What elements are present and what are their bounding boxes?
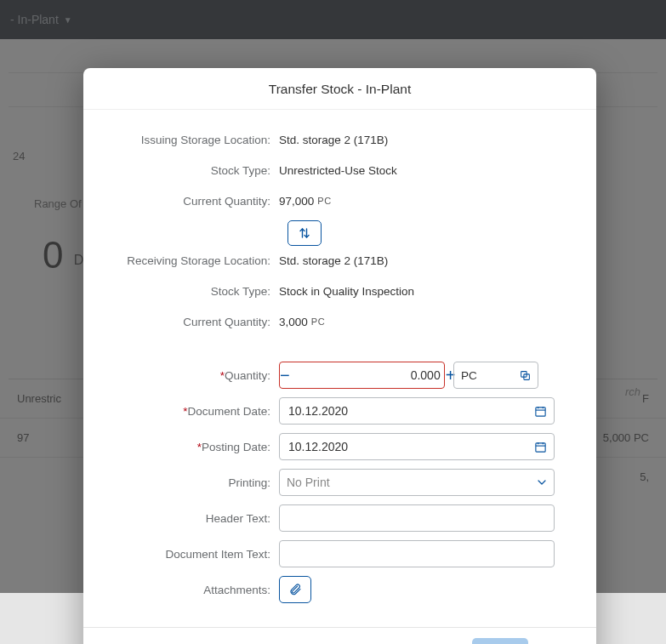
item-text-field[interactable] bbox=[287, 546, 547, 561]
receiving-loc-value: Std. storage 2 (171B) bbox=[279, 254, 571, 267]
document-date-field[interactable] bbox=[287, 403, 529, 419]
issuing-loc-value: Std. storage 2 (171B) bbox=[279, 134, 571, 146]
document-date-label: *Document Date: bbox=[109, 405, 279, 418]
receiving-type-label: Stock Type: bbox=[109, 285, 279, 298]
post-button[interactable]: Post bbox=[472, 638, 528, 644]
attachments-button[interactable] bbox=[279, 576, 311, 603]
dialog-footer: Post Cancel bbox=[83, 627, 596, 644]
quantity-stepper[interactable]: − + bbox=[279, 362, 445, 389]
printing-select[interactable]: No Print bbox=[279, 469, 555, 496]
issuing-qty-value: 97,000 bbox=[279, 195, 314, 208]
printing-label: Printing: bbox=[109, 476, 279, 489]
receiving-qty-unit: PC bbox=[311, 316, 325, 327]
calendar-icon[interactable] bbox=[534, 441, 547, 453]
receiving-loc-label: Receiving Storage Location: bbox=[109, 254, 279, 267]
dialog-title: Transfer Stock - In-Plant bbox=[83, 68, 596, 110]
svg-rect-6 bbox=[536, 442, 545, 451]
issuing-type-label: Stock Type: bbox=[109, 164, 279, 177]
posting-date-label: *Posting Date: bbox=[109, 441, 279, 453]
unit-value: PC bbox=[461, 369, 477, 382]
value-help-icon[interactable] bbox=[520, 370, 531, 381]
receiving-qty-label: Current Quantity: bbox=[109, 316, 279, 328]
svg-rect-2 bbox=[536, 407, 545, 415]
paperclip-icon bbox=[288, 583, 302, 596]
receiving-qty-value: 3,000 bbox=[279, 316, 308, 328]
chevron-down-icon bbox=[537, 477, 547, 487]
quantity-input[interactable] bbox=[290, 362, 446, 388]
quantity-label: *Quantity: bbox=[109, 369, 279, 382]
calendar-icon[interactable] bbox=[534, 405, 547, 418]
issuing-type-value: Unrestricted-Use Stock bbox=[279, 164, 571, 177]
header-text-field[interactable] bbox=[287, 510, 547, 526]
posting-date-input[interactable] bbox=[279, 433, 555, 460]
attachments-label: Attachments: bbox=[109, 584, 279, 596]
swap-locations-button[interactable] bbox=[287, 220, 322, 246]
issuing-loc-label: Issuing Storage Location: bbox=[109, 134, 279, 146]
quantity-decrement-button[interactable]: − bbox=[280, 367, 290, 384]
header-text-label: Header Text: bbox=[109, 512, 279, 525]
issuing-qty-unit: PC bbox=[317, 196, 331, 206]
item-text-label: Document Item Text: bbox=[109, 548, 279, 561]
transfer-stock-dialog: Transfer Stock - In-Plant Issuing Storag… bbox=[83, 68, 596, 644]
receiving-type-value: Stock in Quality Inspection bbox=[279, 285, 571, 298]
posting-date-field[interactable] bbox=[287, 439, 529, 454]
issuing-qty-label: Current Quantity: bbox=[109, 195, 279, 208]
document-date-input[interactable] bbox=[279, 397, 555, 425]
unit-input[interactable]: PC bbox=[453, 362, 538, 389]
swap-arrows-icon bbox=[298, 226, 311, 240]
header-text-input[interactable] bbox=[279, 504, 555, 532]
item-text-input[interactable] bbox=[279, 540, 555, 567]
printing-value: No Print bbox=[287, 476, 330, 489]
